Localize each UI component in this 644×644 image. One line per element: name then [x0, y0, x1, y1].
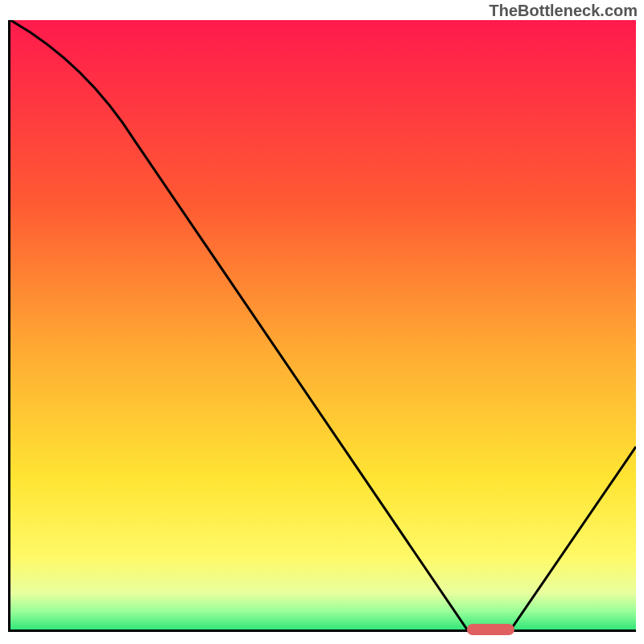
optimal-range-marker: [467, 624, 514, 635]
bottleneck-curve: [10, 20, 636, 630]
chart-area: [8, 20, 636, 632]
watermark-text: TheBottleneck.com: [489, 2, 638, 20]
